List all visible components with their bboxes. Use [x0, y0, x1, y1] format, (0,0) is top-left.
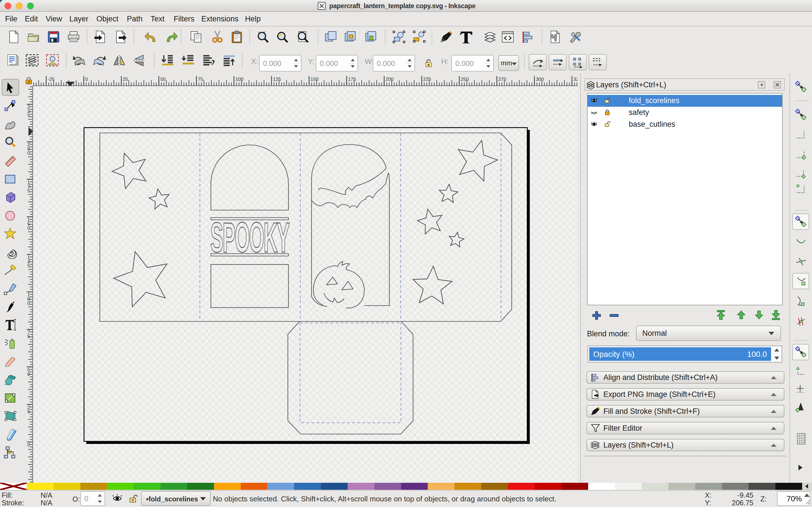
- svg-text:0: 0: [28, 442, 30, 448]
- svg-text:200: 200: [386, 76, 394, 82]
- svg-text:0: 0: [85, 76, 88, 82]
- svg-text:0: 0: [28, 226, 30, 231]
- svg-text:275: 275: [498, 76, 506, 82]
- svg-text:100: 100: [236, 76, 243, 82]
- svg-text:50: 50: [160, 76, 165, 82]
- svg-text:SPOOKY: SPOOKY: [210, 214, 290, 261]
- svg-text:25: 25: [123, 76, 128, 82]
- svg-text:5: 5: [28, 263, 30, 269]
- svg-text:300: 300: [536, 76, 544, 82]
- svg-text:225: 225: [423, 76, 431, 82]
- svg-text:5: 5: [28, 334, 30, 339]
- svg-text:0: 0: [28, 151, 30, 156]
- svg-text:75: 75: [198, 76, 203, 82]
- svg-text:-25: -25: [48, 76, 55, 82]
- svg-text:0: 0: [28, 372, 30, 377]
- svg-text:250: 250: [461, 76, 469, 82]
- svg-text:5: 5: [28, 188, 30, 193]
- svg-text:125: 125: [273, 76, 281, 82]
- svg-text:5: 5: [28, 409, 30, 414]
- svg-text:5: 5: [28, 113, 30, 118]
- svg-text:325: 325: [573, 76, 577, 82]
- svg-text:0: 0: [28, 300, 30, 306]
- svg-text:175: 175: [348, 76, 356, 82]
- svg-text:150: 150: [310, 76, 318, 82]
